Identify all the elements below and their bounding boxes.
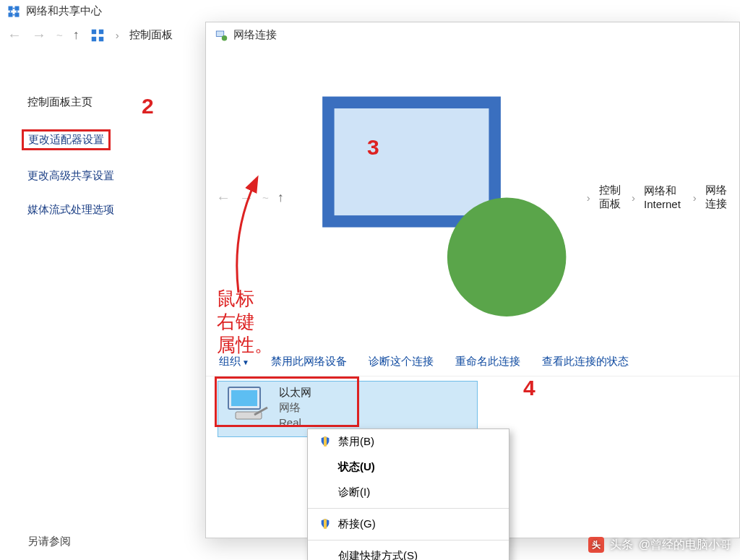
breadcrumb-separator: › [693,191,697,204]
see-also-label: 另请参阅 [27,535,71,548]
menu-status-label: 状态(U) [338,460,375,474]
shield-icon [319,518,331,530]
menu-bridge[interactable]: 桥接(G) [308,512,509,537]
svg-rect-4 [92,29,96,33]
sidebar-advanced-sharing[interactable]: 更改高级共享设置 [27,169,172,183]
win1-titlebar: 网络和共享中心 [0,0,740,22]
win2-body: 以太网 网络 Real 禁用(B) 状态(U) 诊断(I) 桥接 [206,376,739,560]
adapter-text: 以太网 网络 Real [279,386,311,428]
nav-forward-icon[interactable]: → [239,189,254,206]
svg-rect-7 [99,36,103,40]
nav-up-icon[interactable]: ↑ [73,27,79,43]
menu-shortcut-label: 创建快捷方式(S) [338,549,418,560]
menu-shortcut[interactable]: 创建快捷方式(S) [308,543,509,560]
toolbar-diagnose[interactable]: 诊断这个连接 [369,355,434,369]
watermark-author: @曾经的电脑小哥 [639,538,731,553]
breadcrumb-item[interactable]: 控制面板 [129,28,173,42]
menu-disable[interactable]: 禁用(B) [308,429,509,455]
svg-rect-10 [328,103,494,222]
svg-rect-13 [231,390,257,406]
svg-rect-6 [92,36,96,40]
adapter-network: 网络 [279,401,311,415]
toolbar-organize-label: 组织 [219,355,241,367]
breadcrumb-item[interactable]: 网络和 Internet [644,184,684,210]
breadcrumb-separator: › [632,191,635,204]
nav-forward-icon[interactable]: → [32,27,46,43]
spacer [319,486,331,498]
win2-toolbar: 组织▼ 禁用此网络设备 诊断这个连接 重命名此连接 查看此连接的状态 [206,348,739,376]
menu-disable-label: 禁用(B) [338,435,374,449]
network-center-icon [7,5,20,18]
network-icon [293,55,578,340]
nav-up-icon[interactable]: ↑ [278,190,284,205]
menu-diagnose-label: 诊断(I) [338,486,370,499]
menu-diagnose[interactable]: 诊断(I) [308,480,509,505]
sidebar-media-stream[interactable]: 媒体流式处理选项 [27,203,172,217]
menu-separator [308,540,509,540]
menu-status[interactable]: 状态(U) [308,455,509,480]
menu-separator [308,508,509,509]
toolbar-view-status[interactable]: 查看此连接的状态 [542,355,629,369]
svg-rect-5 [99,29,103,33]
context-menu: 禁用(B) 状态(U) 诊断(I) 桥接(G) 创建快捷方式(S) [307,428,509,560]
window-network-connections: 网络连接 ← → ~ ↑ › 控制面板 › 网络和 Internet › 网络连… [205,22,740,538]
breadcrumb-item[interactable]: 网络连接 [705,184,729,211]
win2-titlebar: 网络连接 [206,22,739,48]
breadcrumb-separator: › [587,191,590,204]
toutiao-icon: 头 [588,537,604,553]
network-icon [90,27,106,43]
highlight-adapter-settings: 更改适配器设置 [22,129,111,150]
win1-sidebar: 控制面板主页 更改适配器设置 更改高级共享设置 媒体流式处理选项 [27,95,172,237]
toolbar-disable[interactable]: 禁用此网络设备 [271,355,347,369]
breadcrumb-item[interactable]: 控制面板 [599,184,623,211]
svg-rect-8 [216,31,224,37]
toolbar-rename[interactable]: 重命名此连接 [455,355,520,369]
toolbar-organize[interactable]: 组织▼ [219,355,249,369]
adapter-name: 以太网 [279,386,311,400]
win2-navbar: ← → ~ ↑ › 控制面板 › 网络和 Internet › 网络连接 [206,48,739,348]
dropdown-icon: ▼ [242,358,249,366]
win2-title: 网络连接 [233,28,277,42]
spacer [319,550,331,560]
watermark-prefix: 头条 [610,538,633,553]
svg-point-9 [222,35,228,41]
sidebar-home[interactable]: 控制面板主页 [27,95,172,109]
computer-icon [225,386,272,422]
menu-bridge-label: 桥接(G) [338,517,376,531]
watermark: 头 头条 @曾经的电脑小哥 [588,537,731,553]
breadcrumb-separator: › [116,29,119,41]
sidebar-adapter-settings[interactable]: 更改适配器设置 [28,133,104,147]
svg-rect-1 [15,6,20,10]
win1-title: 网络和共享中心 [26,4,102,18]
svg-rect-2 [9,12,13,17]
svg-point-11 [447,197,567,316]
svg-rect-0 [9,6,13,10]
nav-back-icon[interactable]: ← [7,27,22,43]
shield-icon [319,436,331,447]
spacer [319,461,331,473]
adapter-device: Real [279,416,311,428]
nav-back-icon[interactable]: ← [216,189,231,206]
svg-rect-3 [15,12,20,17]
network-connections-icon [215,29,228,42]
